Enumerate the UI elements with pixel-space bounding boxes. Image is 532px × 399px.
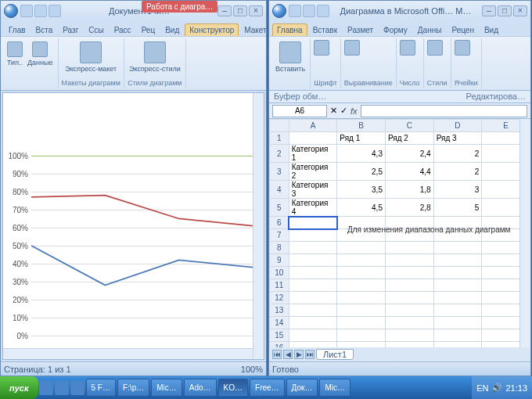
cell[interactable]: 4,5 (337, 199, 386, 217)
office-button[interactable] (272, 4, 286, 18)
row-header[interactable]: 2 (270, 145, 289, 163)
taskbar-item[interactable]: Mic… (319, 379, 350, 397)
cell[interactable] (337, 254, 386, 267)
chart-tools-contextual-tab[interactable]: Работа с диагра… (142, 1, 217, 13)
quicklaunch-icon[interactable] (39, 381, 53, 395)
cell[interactable] (289, 132, 337, 145)
tab-insert[interactable]: Вставк (308, 23, 342, 36)
cell[interactable] (433, 242, 482, 254)
clock[interactable]: 21:13 (505, 383, 527, 393)
cell[interactable] (385, 242, 433, 254)
start-button[interactable]: пуск (0, 376, 38, 399)
tab-home[interactable]: Глав (4, 23, 31, 36)
cell[interactable] (337, 304, 386, 317)
cell[interactable] (385, 342, 433, 348)
chart-object[interactable]: 0%10%20%30%40%50%60%70%80%90%100% (5, 156, 256, 336)
font-group-icon[interactable] (314, 40, 329, 56)
redo-icon[interactable] (49, 5, 61, 17)
cell[interactable] (385, 304, 433, 317)
sheet-tab[interactable]: Лист1 (316, 349, 354, 360)
cell[interactable] (289, 317, 337, 329)
cell[interactable] (433, 292, 482, 304)
tab-layout[interactable]: Разг (58, 23, 83, 36)
sheet-nav-prev[interactable]: ◀ (283, 350, 293, 359)
taskbar-item[interactable]: 5 F… (86, 379, 116, 397)
tab-design[interactable]: Конструктор (185, 23, 239, 36)
cell[interactable] (433, 254, 482, 267)
taskbar-item[interactable]: Ado… (184, 379, 217, 397)
cell[interactable] (433, 329, 482, 342)
cell[interactable]: 2,8 (385, 199, 433, 217)
tab-references[interactable]: Ссы (84, 23, 108, 36)
maximize-button[interactable]: □ (498, 5, 512, 16)
tab-mailings[interactable]: Расс (110, 23, 136, 36)
close-button[interactable]: × (249, 5, 263, 16)
row-header[interactable]: 11 (270, 279, 289, 292)
cell[interactable] (337, 279, 386, 292)
maximize-button[interactable]: □ (233, 5, 247, 16)
cell[interactable] (385, 267, 433, 279)
taskbar-item[interactable]: F:\p… (117, 379, 149, 397)
tab-view[interactable]: Вид (480, 23, 503, 36)
worksheet-area[interactable]: ABCDE1Ряд 1Ряд 2Ряд 32Категория 14,32,42… (269, 119, 530, 347)
column-header[interactable]: A (289, 120, 337, 132)
cell[interactable]: Категория 1 (289, 145, 337, 163)
quick-layout-button[interactable]: Экспресс-макет (62, 40, 120, 74)
taskbar-item[interactable]: Док… (286, 379, 318, 397)
undo-icon[interactable] (34, 5, 47, 17)
cell[interactable] (433, 304, 482, 317)
row-header[interactable]: 12 (270, 292, 289, 304)
alignment-group-icon[interactable] (344, 40, 360, 56)
word-scrollbar-horizontal[interactable] (3, 348, 253, 359)
cell[interactable]: Ряд 2 (385, 132, 433, 145)
minimize-button[interactable]: – (217, 5, 232, 16)
row-header[interactable]: 4 (270, 181, 289, 199)
tab-page-layout[interactable]: Размет (343, 23, 378, 36)
chart-type-button[interactable]: Тип.. (5, 40, 24, 68)
row-header[interactable]: 7 (270, 229, 289, 242)
name-box[interactable] (272, 105, 327, 117)
sheet-nav-last[interactable]: ⏭ (305, 350, 315, 359)
cell[interactable]: 4,3 (337, 145, 386, 163)
sheet-nav-next[interactable]: ▶ (294, 350, 304, 359)
styles-group-icon[interactable] (427, 40, 443, 56)
tab-data[interactable]: Данны (413, 23, 447, 36)
cell[interactable] (337, 329, 386, 342)
taskbar-item[interactable]: KO… (218, 379, 248, 397)
tab-review[interactable]: Рецен (447, 23, 479, 36)
cell[interactable]: 2,4 (385, 145, 433, 163)
number-group-icon[interactable] (400, 40, 415, 56)
cell[interactable]: 3,5 (337, 181, 386, 199)
taskbar-item[interactable]: Mic… (151, 379, 182, 397)
cell[interactable] (337, 292, 386, 304)
formula-bar[interactable] (361, 105, 527, 117)
quicklaunch-icon[interactable] (70, 381, 84, 395)
cell[interactable] (289, 229, 337, 242)
column-header[interactable]: D (433, 120, 482, 132)
cell[interactable] (289, 342, 337, 348)
cell[interactable] (289, 217, 337, 229)
office-button[interactable] (4, 4, 18, 18)
cell[interactable]: Категория 3 (289, 181, 337, 199)
cell[interactable] (289, 292, 337, 304)
cell[interactable] (433, 342, 482, 348)
cell[interactable] (385, 292, 433, 304)
row-header[interactable]: 13 (270, 304, 289, 317)
row-header[interactable]: 16 (270, 342, 289, 348)
save-icon[interactable] (289, 5, 301, 17)
save-icon[interactable] (20, 5, 33, 17)
tab-chart-layout[interactable]: Макет (239, 23, 271, 36)
document-area[interactable]: 0%10%20%30%40%50%60%70%80%90%100% (2, 92, 264, 360)
minimize-button[interactable]: – (482, 5, 496, 16)
cell[interactable] (385, 279, 433, 292)
row-header[interactable]: 5 (270, 199, 289, 217)
cell[interactable] (385, 329, 433, 342)
quick-styles-button[interactable]: Экспресс-стили (128, 40, 182, 74)
system-tray[interactable]: EN 🔊 21:13 (472, 376, 532, 399)
cells-group-icon[interactable] (455, 40, 470, 56)
excel-scrollbar-vertical[interactable] (519, 119, 530, 347)
tab-insert[interactable]: Вста (31, 23, 58, 36)
word-scrollbar-vertical[interactable] (253, 93, 264, 359)
cell[interactable] (289, 329, 337, 342)
chart-data-button[interactable]: Данные (26, 40, 55, 68)
